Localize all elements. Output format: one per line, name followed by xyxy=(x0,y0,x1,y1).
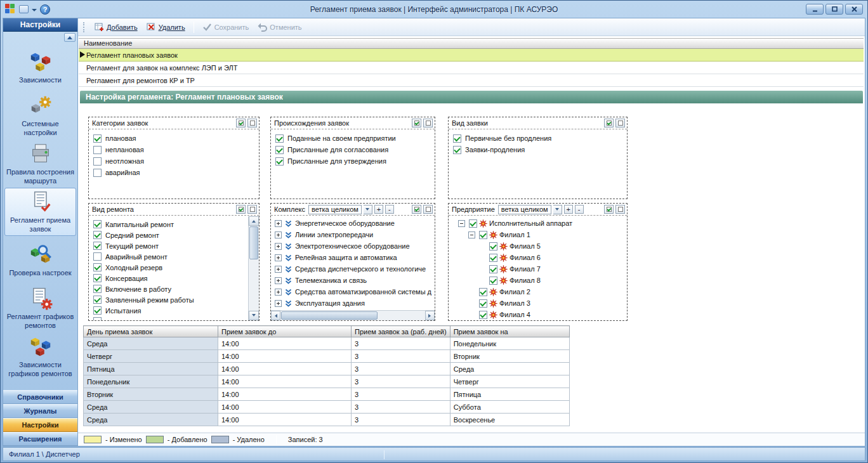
cell-target-day[interactable]: Понедельник xyxy=(450,337,569,350)
table-row[interactable]: Среда14:003Суббота xyxy=(84,401,570,414)
tree-item[interactable]: Филиал 3 xyxy=(449,297,627,309)
cell-days[interactable]: 3 xyxy=(352,350,450,363)
uncheck-all-button[interactable] xyxy=(423,205,433,214)
tree-item[interactable]: Линии электропередачи xyxy=(271,229,435,240)
checkbox[interactable] xyxy=(479,288,487,296)
checkbox[interactable] xyxy=(93,231,102,239)
cell-day[interactable]: Пятница xyxy=(84,363,218,375)
checkbox-item[interactable]: Присланные для согласования xyxy=(271,144,435,155)
check-all-button[interactable] xyxy=(604,205,614,214)
checkbox-item[interactable]: неотложная xyxy=(89,155,259,167)
checkbox[interactable] xyxy=(469,219,477,228)
checkbox-item[interactable]: Консервация xyxy=(89,273,248,284)
checkbox-item[interactable]: Холодный резерв xyxy=(89,262,248,273)
tree-item[interactable]: Эксплуатация здания xyxy=(271,297,435,309)
tree-item[interactable]: Энергетическое оборудование xyxy=(271,218,435,229)
minimize-button[interactable] xyxy=(806,4,824,15)
sidebar-item-request-regulation[interactable]: Регламент приема заявок xyxy=(4,188,76,236)
add-button[interactable]: Добавить xyxy=(91,20,141,34)
cell-until[interactable]: 14:00 xyxy=(218,414,352,426)
descend-state-icon[interactable] xyxy=(284,231,293,239)
checkbox-item[interactable]: Аварийный ремонт xyxy=(89,251,248,262)
regulations-column-header[interactable]: Наименование xyxy=(79,38,864,49)
expand-all-button[interactable]: + xyxy=(374,205,383,214)
scroll-left-button[interactable] xyxy=(271,311,280,320)
cell-days[interactable]: 3 xyxy=(352,388,450,401)
checkbox[interactable] xyxy=(275,134,284,143)
cell-until[interactable]: 14:00 xyxy=(218,401,352,414)
checkbox-item[interactable]: Капитальный ремонт xyxy=(89,219,248,230)
expander-icon[interactable] xyxy=(275,289,282,296)
tab-journals[interactable]: Журналы xyxy=(3,404,77,418)
table-row[interactable]: Понедельник14:003Четверг xyxy=(84,375,570,388)
cell-target-day[interactable]: Вторник xyxy=(450,350,569,363)
cell-until[interactable]: 14:00 xyxy=(218,388,352,401)
chevron-down-icon[interactable] xyxy=(553,205,562,214)
tree-item[interactable]: Филиал 7 xyxy=(449,263,627,275)
checkbox[interactable] xyxy=(93,263,102,271)
checkbox[interactable] xyxy=(489,265,497,273)
sidebar-item-repair-schedule-regulation[interactable]: Регламент графиков ремонтов xyxy=(4,284,76,332)
checkbox-item[interactable]: аварийная xyxy=(89,167,259,178)
table-row[interactable]: Четверг14:003Вторник xyxy=(84,350,570,363)
scroll-up-button[interactable] xyxy=(249,216,259,226)
cell-day[interactable]: Четверг xyxy=(84,350,218,363)
sidebar-scroll-up-button[interactable] xyxy=(64,33,76,42)
tree-item[interactable]: Филиал 5 xyxy=(449,240,627,252)
sidebar-item-repair-schedule-dependencies[interactable]: Зависимости графиков ремонтов xyxy=(4,332,76,381)
cell-day[interactable]: Среда xyxy=(84,401,218,414)
checkbox[interactable] xyxy=(479,299,487,308)
checkbox-item[interactable]: Включение в работу xyxy=(89,284,248,294)
toolbar-grip[interactable] xyxy=(83,22,85,32)
cell-target-day[interactable]: Суббота xyxy=(450,401,569,414)
checkbox[interactable] xyxy=(453,134,461,143)
cell-day[interactable]: Среда xyxy=(84,414,218,426)
collapse-all-button[interactable]: - xyxy=(385,205,394,214)
check-all-button[interactable] xyxy=(412,119,421,127)
close-button[interactable] xyxy=(845,4,863,15)
expander-icon[interactable] xyxy=(275,243,282,250)
checkbox[interactable] xyxy=(93,252,102,261)
cell-day[interactable]: Понедельник xyxy=(84,375,218,388)
checkbox-item[interactable]: Первичные без продления xyxy=(449,133,627,144)
tree-item[interactable]: Филиал 4 xyxy=(449,309,627,320)
vertical-scrollbar[interactable] xyxy=(248,216,259,320)
app-logo-icon[interactable] xyxy=(5,4,16,15)
checkbox[interactable] xyxy=(93,169,102,177)
checkbox[interactable] xyxy=(93,296,102,304)
branch-mode-select[interactable]: ветка целиком xyxy=(498,205,551,214)
expander-icon[interactable] xyxy=(275,266,282,273)
column-header[interactable]: Прием заявок на xyxy=(450,326,569,337)
cell-days[interactable]: 3 xyxy=(352,375,450,388)
column-header[interactable]: День приема заявок xyxy=(84,326,218,337)
scroll-right-button[interactable] xyxy=(425,311,435,320)
expander-icon[interactable] xyxy=(275,300,282,307)
checkbox[interactable] xyxy=(93,220,102,228)
help-button[interactable]: ? xyxy=(40,4,50,15)
quick-access-icon[interactable] xyxy=(19,5,29,13)
tree-item[interactable]: Средства автоматизированной системы д xyxy=(271,286,435,297)
check-all-button[interactable] xyxy=(236,119,246,127)
checkbox[interactable] xyxy=(479,231,487,239)
checkbox-item[interactable]: плановая xyxy=(89,133,259,144)
sidebar-item-route-rules[interactable]: Правила построения маршрута xyxy=(4,140,76,188)
cancel-button[interactable]: Отменить xyxy=(254,20,305,34)
tab-extensions[interactable]: Расширения xyxy=(3,432,77,446)
cell-day[interactable]: Вторник xyxy=(84,388,218,401)
expand-all-button[interactable]: + xyxy=(564,205,573,214)
checkbox-item[interactable]: Испытания xyxy=(89,305,248,316)
sidebar-item-dependencies[interactable]: Зависимости xyxy=(4,43,76,91)
descend-state-icon[interactable] xyxy=(284,265,293,273)
cell-target-day[interactable]: Пятница xyxy=(450,388,569,401)
check-all-button[interactable] xyxy=(412,205,421,214)
expander-icon[interactable] xyxy=(275,277,282,284)
collapse-all-button[interactable]: - xyxy=(575,205,584,214)
tree-item[interactable]: Филиал 8 xyxy=(449,275,627,286)
tree-item[interactable]: Исполнительный аппарат xyxy=(449,218,627,229)
branch-mode-select[interactable]: ветка целиком xyxy=(308,205,362,214)
checkbox-item[interactable]: Средний ремонт xyxy=(89,230,248,240)
uncheck-all-button[interactable] xyxy=(247,119,257,127)
tree-item[interactable]: Релейная защита и автоматика xyxy=(271,252,435,263)
checkbox-item[interactable]: Текущий ремонт xyxy=(89,240,248,251)
check-all-button[interactable] xyxy=(236,205,246,214)
